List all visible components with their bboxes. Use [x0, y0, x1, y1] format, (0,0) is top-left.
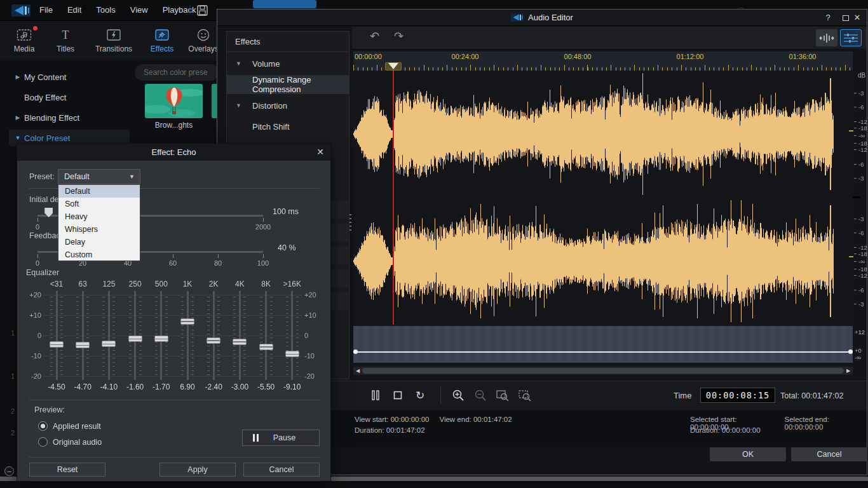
- db-tick-dash: [854, 164, 857, 165]
- loop-button[interactable]: ↻: [412, 387, 428, 403]
- preview-pause-button[interactable]: Pause: [242, 430, 320, 446]
- eq-value-label: -4.10: [95, 383, 123, 391]
- thumbnail-caption: Brow...ghts: [145, 121, 203, 130]
- effect-item-distortion[interactable]: ▼Distortion: [227, 96, 349, 115]
- envelope-node[interactable]: [848, 349, 853, 354]
- radio-label: Applied result: [53, 422, 101, 431]
- zoom-fit-button[interactable]: [517, 387, 533, 403]
- sidebar-item-body-effect[interactable]: Body Effect: [9, 89, 130, 105]
- effect-item-volume[interactable]: ▼Volume: [227, 54, 349, 73]
- scrollbar-thumb[interactable]: [362, 368, 844, 374]
- eq-slider-track[interactable]: [108, 291, 110, 380]
- initial-delay-min-label: 0: [36, 223, 39, 231]
- eq-slider-handle[interactable]: [285, 351, 299, 357]
- cancel-button[interactable]: Cancel: [791, 447, 867, 461]
- zoom-in-button[interactable]: [450, 387, 466, 403]
- panel-splitter-handle[interactable]: [349, 214, 351, 231]
- preset-option-delay[interactable]: Delay: [58, 236, 140, 248]
- eq-slider-handle[interactable]: [259, 344, 273, 350]
- eq-slider-handle[interactable]: [76, 342, 90, 348]
- tab-effects[interactable]: Effects: [143, 21, 181, 60]
- timeline-zoom-out-icon[interactable]: –: [4, 466, 14, 476]
- audio-editor-titlebar[interactable]: Audio Editor: [217, 10, 867, 26]
- tab-transitions[interactable]: Transitions: [88, 21, 140, 60]
- eq-slider-handle[interactable]: [180, 318, 194, 325]
- eq-slider-track[interactable]: [56, 291, 58, 380]
- eq-slider-track[interactable]: [291, 291, 293, 380]
- waveform-display[interactable]: [353, 71, 853, 325]
- zoom-out-button[interactable]: [472, 387, 489, 403]
- reset-button[interactable]: Reset: [29, 463, 105, 477]
- maximize-icon[interactable]: [843, 15, 849, 21]
- selected-end-value: Selected end: 00:00:00:00: [785, 416, 867, 431]
- effect-item-dynamic-range-compression[interactable]: Dynamic Range Compression: [227, 75, 349, 94]
- preset-selected-value: Default: [64, 172, 90, 181]
- volume-envelope-strip[interactable]: [353, 326, 853, 363]
- preset-option-custom[interactable]: Custom: [58, 248, 140, 261]
- preset-option-soft[interactable]: Soft: [58, 198, 140, 210]
- dialog-titlebar[interactable]: Effect: Echo ✕: [17, 144, 330, 161]
- envelope-node[interactable]: [353, 349, 358, 354]
- preset-label: Preset:: [29, 172, 55, 181]
- db-tick-dash: [854, 233, 857, 233]
- eq-slider-track[interactable]: [239, 291, 241, 380]
- eq-slider-handle[interactable]: [50, 341, 64, 348]
- radio-applied-result[interactable]: [38, 421, 48, 431]
- pause-icon: [253, 434, 259, 442]
- preset-option-whispers[interactable]: Whispers: [58, 223, 140, 236]
- ruler-timestamp: 01:36:00: [785, 53, 820, 60]
- eq-slider-track[interactable]: [265, 291, 267, 380]
- close-icon[interactable]: ✕: [851, 12, 863, 24]
- pause-playback-button[interactable]: [367, 387, 384, 403]
- tab-media[interactable]: Media: [5, 21, 43, 60]
- playhead-line: [393, 71, 394, 325]
- save-icon[interactable]: [197, 5, 208, 16]
- ok-button[interactable]: OK: [710, 447, 786, 461]
- radio-dot: [41, 424, 45, 428]
- zoom-to-selection-button[interactable]: [494, 387, 511, 403]
- dialog-close-icon[interactable]: ✕: [316, 144, 324, 161]
- horizontal-scrollbar[interactable]: ◀ ▶: [353, 367, 853, 375]
- preset-option-default[interactable]: Default: [58, 185, 140, 198]
- apply-button[interactable]: Apply: [159, 463, 236, 477]
- eq-slider-track[interactable]: [213, 291, 215, 380]
- waveform-view-button[interactable]: [816, 29, 837, 46]
- menu-view[interactable]: View: [130, 5, 148, 15]
- eq-value-label: -1.70: [147, 383, 175, 391]
- undo-icon[interactable]: ↶: [370, 29, 379, 43]
- eq-slider-track[interactable]: [187, 291, 189, 380]
- eq-slider-handle[interactable]: [102, 341, 116, 347]
- search-input[interactable]: Search color prese: [135, 64, 219, 81]
- cancel-button[interactable]: Cancel: [243, 463, 320, 477]
- menu-tools[interactable]: Tools: [96, 5, 115, 15]
- stop-button[interactable]: [390, 387, 406, 403]
- db-tick-dash: [854, 135, 857, 136]
- effects-view-button[interactable]: [840, 29, 862, 46]
- radio-original-audio[interactable]: [38, 437, 48, 447]
- preset-dropdown[interactable]: Default ▼: [58, 169, 140, 184]
- preset-dropdown-list[interactable]: DefaultSoftHeavyWhispersDelayCustom: [58, 184, 140, 261]
- timeline-ruler[interactable]: 00:00:0000:24:0000:48:0001:12:0001:36:00: [353, 51, 853, 71]
- produce-button-partial[interactable]: [253, 0, 316, 8]
- eq-slider-handle[interactable]: [233, 339, 247, 345]
- volume-envelope-line[interactable]: [353, 351, 853, 353]
- sidebar-item-label: My Content: [24, 72, 66, 82]
- time-field[interactable]: 00:00:08:15: [700, 388, 775, 403]
- scroll-right-icon[interactable]: ▶: [844, 368, 853, 374]
- sidebar-item-blending-effect[interactable]: ▶Blending Effect: [9, 109, 130, 126]
- help-icon[interactable]: ?: [822, 12, 834, 24]
- db-tick-label: -3: [854, 215, 864, 222]
- menu-edit[interactable]: Edit: [67, 5, 81, 15]
- eq-slider-track[interactable]: [82, 291, 84, 380]
- eq-slider-handle[interactable]: [154, 336, 168, 342]
- sidebar-item-my-content[interactable]: ▶My Content: [9, 69, 130, 85]
- color-preset-thumbnail[interactable]: [145, 84, 203, 118]
- menu-file[interactable]: File: [39, 5, 53, 15]
- redo-icon[interactable]: ↷: [394, 29, 403, 43]
- tab-titles[interactable]: TTitles: [46, 21, 85, 60]
- eq-slider-handle[interactable]: [128, 336, 142, 342]
- effect-item-pitch-shift[interactable]: Pitch Shift: [227, 117, 349, 136]
- eq-slider-handle[interactable]: [207, 337, 220, 344]
- scroll-left-icon[interactable]: ◀: [353, 368, 362, 374]
- preset-option-heavy[interactable]: Heavy: [58, 210, 140, 223]
